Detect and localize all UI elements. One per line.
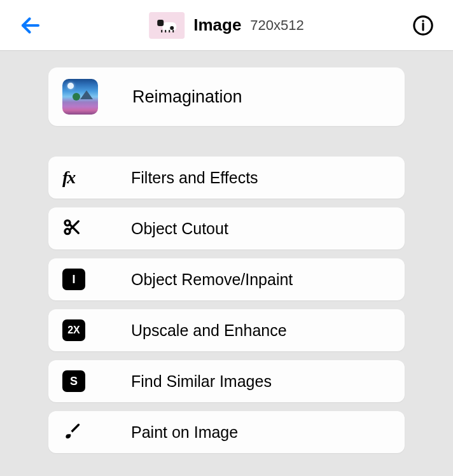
content-area: Reimagination fx Filters and Effects Obj… — [0, 51, 453, 476]
object-remove-card[interactable]: I Object Remove/Inpaint — [48, 258, 405, 300]
page-title: Image — [193, 15, 241, 35]
find-similar-card[interactable]: S Find Similar Images — [48, 360, 405, 402]
reimagination-label: Reimagination — [132, 87, 242, 107]
fx-icon: fx — [62, 167, 74, 188]
find-similar-label: Find Similar Images — [131, 372, 272, 391]
similar-icon: S — [62, 370, 85, 392]
filters-effects-card[interactable]: fx Filters and Effects — [48, 157, 405, 199]
brush-icon — [62, 421, 83, 444]
reimagination-card[interactable]: Reimagination — [48, 67, 405, 126]
scissors-icon — [62, 217, 83, 240]
reimagination-icon — [62, 79, 98, 115]
svg-point-3 — [422, 20, 424, 22]
upscale-label: Upscale and Enhance — [131, 321, 287, 340]
upscale-2x-icon: 2X — [62, 319, 85, 341]
header-bar: Image 720x512 — [0, 0, 453, 51]
object-cutout-label: Object Cutout — [131, 220, 228, 238]
object-remove-label: Object Remove/Inpaint — [131, 270, 293, 289]
object-cutout-card[interactable]: Object Cutout — [48, 207, 405, 249]
info-button[interactable] — [412, 15, 434, 36]
paint-label: Paint on Image — [131, 423, 238, 442]
paint-card[interactable]: Paint on Image — [48, 411, 405, 453]
back-button[interactable] — [19, 14, 42, 37]
image-thumbnail — [149, 12, 185, 39]
image-dimensions: 720x512 — [250, 17, 303, 34]
header-center: Image 720x512 — [149, 12, 304, 39]
inpaint-icon: I — [62, 269, 85, 290]
filters-effects-label: Filters and Effects — [131, 169, 258, 187]
upscale-card[interactable]: 2X Upscale and Enhance — [48, 309, 405, 351]
